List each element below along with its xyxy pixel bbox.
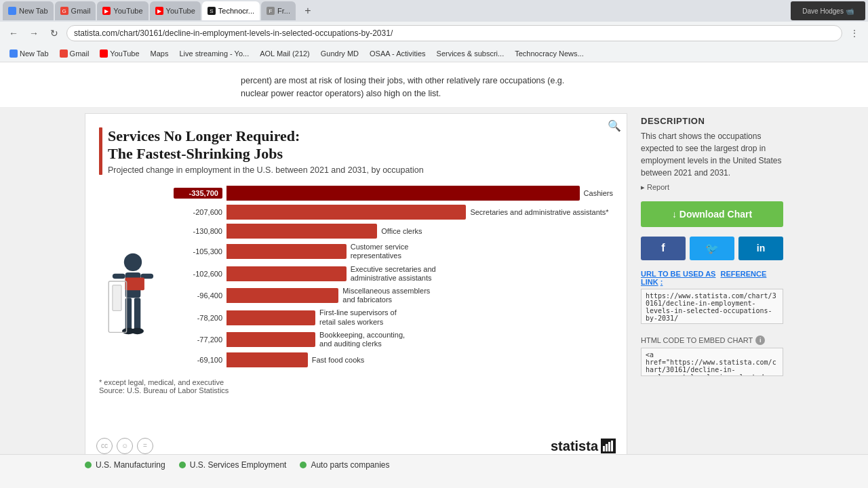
extensions-button[interactable]: ⋮	[846, 25, 863, 41]
bar-outer-6: First-line supervisors ofretail sales wo…	[226, 308, 613, 326]
bottom-label-1: U.S. Services Employment	[190, 460, 287, 470]
embed-info-icon[interactable]: i	[755, 336, 765, 345]
bookmark-gmail[interactable]: Gmail	[56, 48, 94, 59]
bar-outer-8: Fast food cooks	[226, 352, 613, 367]
linkedin-share-button[interactable]: in	[738, 237, 783, 260]
tab-label-youtube: YouTube	[113, 7, 142, 15]
address-bar[interactable]: statista.com/chart/30161/decline-in-empl…	[66, 25, 842, 41]
address-text: statista.com/chart/30161/decline-in-empl…	[74, 28, 393, 38]
facebook-share-button[interactable]: f	[641, 237, 686, 260]
forward-button[interactable]: →	[26, 25, 42, 41]
article-text: percent) are most at risk of losing thei…	[241, 68, 593, 104]
infographic-card: 🔍 Services No Longer Required: The Faste…	[85, 113, 627, 455]
tab-statista[interactable]: S Technocr...	[202, 1, 260, 20]
bookmark-services[interactable]: Services & subscri...	[433, 48, 509, 59]
statista-logo-svg	[603, 441, 614, 451]
tab-gmail[interactable]: G Gmail	[55, 1, 96, 20]
bar-label-6: First-line supervisors ofretail sales wo…	[319, 308, 397, 326]
bar-label-2: Office clerks	[381, 227, 422, 235]
download-chart-button[interactable]: ↓ Download Chart	[641, 201, 783, 227]
bar-outer-3: Customer servicerepresentatives	[226, 243, 613, 260]
person-icon[interactable]: ☺	[117, 438, 133, 454]
bookmark-label-technocracy: Technocracy News...	[515, 49, 583, 58]
nav-bar: ← → ↻ statista.com/chart/30161/decline-i…	[0, 22, 868, 45]
bar-value-3: -105,300	[174, 247, 222, 256]
bar-label-0: Cashiers	[584, 189, 613, 197]
bar-outer-2: Office clerks	[226, 224, 613, 239]
bar-label-8: Fast food cooks	[312, 356, 365, 364]
statista-logo: statista	[551, 439, 616, 454]
illustration	[99, 186, 167, 371]
bookmark-favicon-youtube	[100, 49, 108, 58]
back-button[interactable]: ←	[5, 25, 22, 41]
bar-row-1: -207,600 Secretaries and administrative …	[174, 205, 613, 220]
video-label: Dave Hodges 📹	[802, 7, 853, 15]
url-label: URL TO BE USED AS REFERENCE LINK :	[641, 270, 783, 286]
bar-outer-5: Miscellaneous assemblersand fabricators	[226, 287, 613, 304]
bookmark-livestream[interactable]: Live streaming - Yo...	[175, 48, 253, 59]
bar-value-2: -130,800	[174, 227, 222, 235]
embed-section: HTML CODE TO EMBED CHART i	[641, 336, 783, 378]
tab-newtab[interactable]: New Tab	[3, 1, 54, 20]
bookmark-label-newtab: New Tab	[20, 49, 49, 58]
bar-label-5: Miscellaneous assemblersand fabricators	[342, 287, 430, 304]
bar-fill-2	[226, 224, 377, 239]
embed-textarea[interactable]	[641, 348, 783, 376]
license-icons: cc ☺ =	[96, 438, 153, 454]
bar-row-8: -69,100 Fast food cooks	[174, 352, 613, 367]
bar-row-6: -78,200 First-line supervisors ofretail …	[174, 308, 613, 326]
bar-value-5: -96,400	[174, 291, 222, 300]
tab-favicon-youtube2: ▶	[155, 7, 163, 15]
title-accent	[99, 127, 102, 176]
bookmark-maps[interactable]: Maps	[146, 48, 173, 59]
report-link[interactable]: Report	[641, 183, 783, 192]
refresh-button[interactable]: ↻	[46, 25, 62, 41]
bookmark-youtube[interactable]: YouTube	[96, 48, 143, 59]
footnote: * except legal, medical, and executive S…	[99, 378, 613, 394]
bookmark-label-livestream: Live streaming - Yo...	[179, 49, 249, 58]
bar-value-4: -102,600	[174, 270, 222, 278]
bookmark-technocracy[interactable]: Technocracy News...	[511, 48, 587, 59]
bottom-item-1[interactable]: U.S. Services Employment	[179, 460, 287, 470]
bottom-item-0[interactable]: U.S. Manufacturing	[85, 460, 165, 470]
svg-rect-10	[113, 285, 121, 311]
bookmark-gundry[interactable]: Gundry MD	[317, 48, 363, 59]
chart-title-line2: The Fastest-Shrinking Jobs	[108, 145, 424, 163]
bottom-dot-0	[85, 462, 92, 468]
tab-label-fr: Fr...	[277, 7, 290, 15]
bookmark-newtab[interactable]: New Tab	[5, 48, 53, 59]
cc-icon[interactable]: cc	[96, 438, 113, 454]
embed-label-text: HTML CODE TO EMBED CHART	[641, 336, 753, 344]
svg-point-8	[131, 328, 144, 334]
social-buttons: f 🐦 in	[641, 237, 783, 260]
bookmark-osaa[interactable]: OSAA - Activities	[366, 48, 430, 59]
zoom-icon[interactable]: 🔍	[608, 119, 621, 132]
tab-youtube2[interactable]: ▶ YouTube	[150, 1, 201, 20]
bar-outer-1: Secretaries and administrative assistant…	[226, 205, 613, 220]
svg-rect-14	[611, 441, 613, 451]
tab-youtube[interactable]: ▶ YouTube	[97, 1, 148, 20]
bar-row-0: -335,700 Cashiers	[174, 186, 613, 201]
bookmark-aol[interactable]: AOL Mail (212)	[256, 48, 314, 59]
chart-subtitle: Projected change in employment in the U.…	[108, 165, 424, 175]
tab-label-newtab: New Tab	[19, 7, 48, 15]
bars-section: -335,700 Cashiers -207,600 Se	[174, 186, 613, 371]
bottom-item-2[interactable]: Auto parts companies	[300, 460, 389, 470]
bookmark-favicon-newtab	[9, 49, 18, 58]
bottom-dot-1	[179, 462, 186, 468]
tab-fr[interactable]: F Fr...	[261, 1, 296, 20]
bar-label-1: Secretaries and administrative assistant…	[470, 208, 608, 216]
bar-outer-0: Cashiers	[226, 186, 613, 201]
twitter-share-button[interactable]: 🐦	[690, 237, 734, 260]
svg-point-0	[124, 253, 142, 271]
equals-icon[interactable]: =	[137, 438, 153, 454]
bookmark-label-osaa: OSAA - Activities	[370, 49, 426, 58]
bar-label-7: Bookkeeping, accounting,and auditing cle…	[319, 331, 405, 348]
bookmark-label-gmail: Gmail	[70, 49, 90, 58]
tab-bar: New Tab G Gmail ▶ YouTube ▶ YouTube S Te…	[0, 0, 868, 22]
bar-chart-area: -335,700 Cashiers -207,600 Se	[99, 186, 613, 371]
new-tab-button[interactable]: +	[300, 3, 316, 19]
url-textarea[interactable]	[641, 289, 783, 324]
chart-section: 🔍 Services No Longer Required: The Faste…	[85, 113, 783, 455]
url-label-text: URL TO BE USED AS	[641, 270, 715, 278]
